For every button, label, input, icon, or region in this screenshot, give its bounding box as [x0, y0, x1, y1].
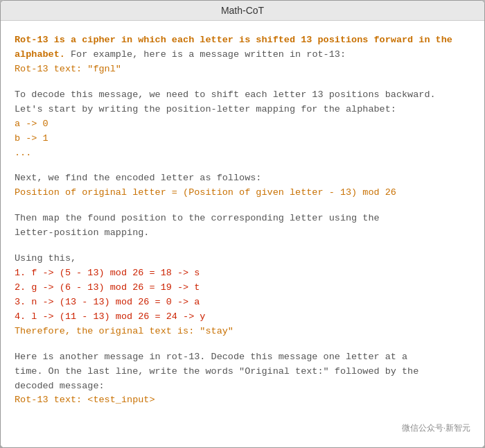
para4-line2: letter-position mapping.: [15, 227, 149, 238]
para4-line1: Then map the found position to the corre…: [15, 213, 380, 223]
para2-line2: Let's start by writing the position-lett…: [15, 104, 396, 114]
para-2: To decode this message, we need to shift…: [15, 88, 470, 161]
main-content: Rot-13 is a cipher in which each letter …: [1, 21, 484, 447]
para1-rest: For example, here is a message written i…: [65, 49, 346, 60]
para6-line3: decoded message:: [15, 381, 105, 391]
para5-result: Therefore, the original text is: "stay": [15, 326, 233, 336]
para6-rot13: Rot-13 text: <test_input>: [15, 395, 155, 405]
para5-2: 2. g -> (6 - 13) mod 26 = 19 -> t: [15, 282, 200, 293]
para-6: Here is another message in rot-13. Decod…: [15, 350, 470, 408]
watermark: 微信公众号·新智元: [15, 419, 470, 435]
title-bar: Math-CoT: [1, 1, 484, 21]
para5-1: 1. f -> (5 - 13) mod 26 = 18 -> s: [15, 268, 200, 278]
app-window: Math-CoT Rot-13 is a cipher in which eac…: [0, 0, 485, 448]
para3-line1: Next, we find the encoded letter as foll…: [15, 173, 261, 183]
para2-b: b -> 1: [15, 133, 48, 144]
window-title: Math-CoT: [221, 5, 264, 16]
para5-3: 3. n -> (13 - 13) mod 26 = 0 -> a: [15, 297, 200, 307]
para5-intro: Using this,: [15, 253, 76, 264]
para6-line2: time. On the last line, write the words …: [15, 366, 418, 377]
para1-rot13: Rot-13 text: "fgnl": [15, 64, 121, 74]
para2-dots: ...: [15, 148, 31, 158]
watermark-text: 微信公众号·新智元: [402, 423, 470, 433]
para-1: Rot-13 is a cipher in which each letter …: [15, 33, 470, 77]
para2-line1: To decode this message, we need to shift…: [15, 89, 436, 100]
para2-a: a -> 0: [15, 119, 48, 129]
para-5: Using this, 1. f -> (5 - 13) mod 26 = 18…: [15, 252, 470, 339]
para3-line2: Position of original letter = (Position …: [15, 187, 396, 198]
para5-4: 4. l -> (11 - 13) mod 26 = 24 -> y: [15, 311, 205, 322]
para-3: Next, we find the encoded letter as foll…: [15, 171, 470, 200]
para6-line1: Here is another message in rot-13. Decod…: [15, 352, 407, 362]
para-4: Then map the found position to the corre…: [15, 212, 470, 241]
